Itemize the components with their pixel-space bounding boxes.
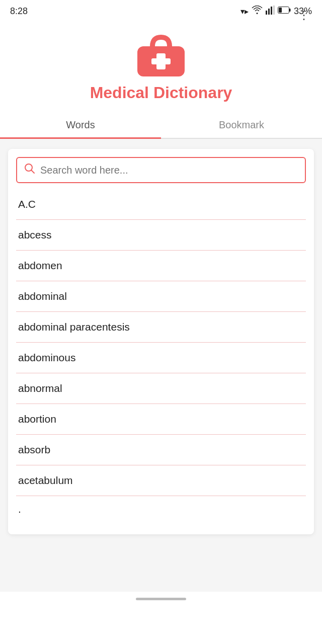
svg-rect-6 <box>279 8 282 13</box>
svg-rect-9 <box>151 58 171 64</box>
svg-rect-5 <box>289 9 290 12</box>
list-item[interactable]: · <box>16 496 306 526</box>
svg-rect-2 <box>271 7 272 15</box>
list-item[interactable]: abdominal paracentesis <box>16 312 306 343</box>
battery-icon <box>278 7 291 16</box>
list-item[interactable]: abdominous <box>16 343 306 373</box>
list-item[interactable]: abortion <box>16 404 306 435</box>
wifi-icon: ▾▸ <box>240 7 249 16</box>
tab-words[interactable]: Words <box>0 112 161 138</box>
search-input[interactable] <box>40 165 298 176</box>
list-item[interactable]: acetabulum <box>16 465 306 496</box>
status-time: 8:28 <box>10 6 28 17</box>
content-area: A.C abcess abdomen abdominal abdominal p… <box>0 139 322 592</box>
app-header: Medical Dictionary <box>0 22 322 112</box>
home-indicator-bar <box>136 598 186 600</box>
search-box[interactable] <box>16 157 306 183</box>
status-bar: 8:28 ▾▸ 33% <box>0 0 322 22</box>
list-item[interactable]: absorb <box>16 435 306 465</box>
word-list: A.C abcess abdomen abdominal abdominal p… <box>16 189 306 526</box>
list-item[interactable]: abnormal <box>16 373 306 404</box>
overflow-menu-button[interactable]: ⋮ <box>295 5 314 25</box>
list-item[interactable]: abdomen <box>16 251 306 281</box>
svg-rect-1 <box>268 9 270 15</box>
signal-bars-icon <box>266 6 275 17</box>
svg-rect-3 <box>273 6 275 15</box>
bottom-indicator <box>0 592 322 604</box>
tabs-container: Words Bookmark <box>0 112 322 139</box>
svg-rect-0 <box>266 11 267 15</box>
tab-bookmark[interactable]: Bookmark <box>161 112 322 138</box>
svg-line-11 <box>32 171 35 174</box>
search-card: A.C abcess abdomen abdominal abdominal p… <box>8 149 314 534</box>
list-item[interactable]: abdominal <box>16 281 306 312</box>
list-item[interactable]: abcess <box>16 220 306 251</box>
app-logo-icon <box>133 32 189 77</box>
app-title: Medical Dictionary <box>90 84 232 102</box>
signal-icon <box>252 6 263 17</box>
search-icon <box>24 163 35 177</box>
list-item[interactable]: A.C <box>16 189 306 220</box>
